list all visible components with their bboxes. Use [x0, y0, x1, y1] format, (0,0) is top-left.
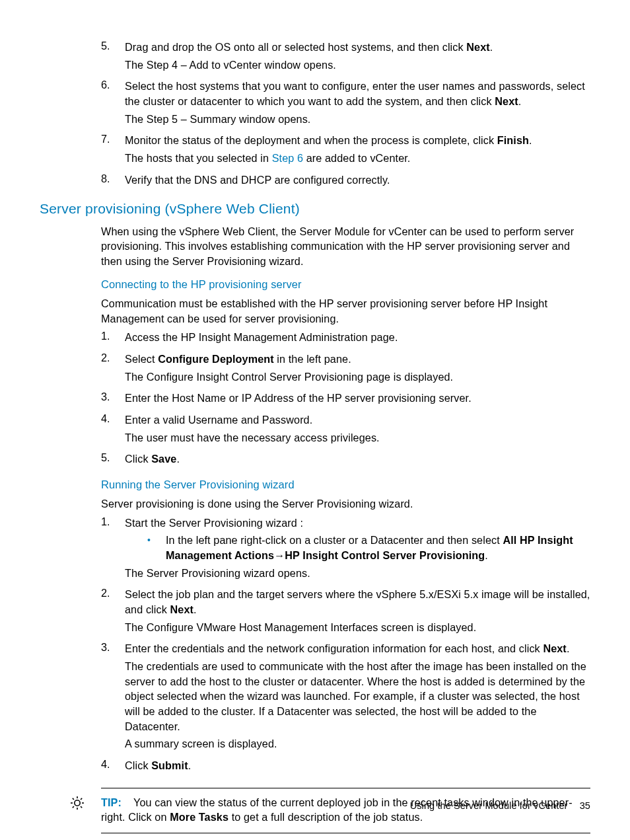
list-item: 3. Enter the credentials and the network… [101, 640, 590, 754]
list-item: 1. Access the HP Insight Management Admi… [101, 328, 590, 348]
bullet-icon: • [147, 533, 166, 562]
list-marker: 1. [101, 328, 125, 348]
list-marker: 1. [101, 514, 125, 584]
bullet-item: • In the left pane right-click on a clus… [147, 533, 590, 562]
body-text: Communication must be established with t… [101, 296, 590, 326]
list-marker: 3. [101, 640, 125, 754]
body-text: The Configure VMware Host Management Int… [125, 620, 590, 635]
page-number: 35 [580, 800, 590, 811]
list-marker: 4. [101, 757, 125, 776]
list-marker: 5. [101, 450, 125, 469]
body-text: The Configure Insight Control Server Pro… [125, 369, 590, 385]
cross-reference-link[interactable]: Step 6 [272, 152, 303, 164]
list-marker: 5. [101, 38, 125, 75]
list-item: 1. Start the Server Provisioning wizard … [101, 514, 590, 584]
svg-line-5 [73, 798, 74, 800]
bold-text: Save [151, 453, 176, 465]
bold-text: Next [543, 642, 567, 654]
bold-text: Next [495, 95, 518, 107]
body-text: The Step 5 – Summary window opens. [125, 112, 590, 127]
list-item: 8. Verify that the DNS and DHCP are conf… [101, 171, 590, 190]
svg-line-7 [73, 806, 74, 808]
bold-text: Next [170, 603, 193, 615]
body-text: When using the vSphere Web Client, the S… [101, 224, 590, 269]
body-text: A summary screen is displayed. [125, 736, 590, 751]
body-text: Access the HP Insight Management Adminis… [125, 330, 590, 345]
list-item: 3. Enter the Host Name or IP Address of … [101, 389, 590, 408]
svg-point-0 [75, 800, 80, 806]
list-item: 5. Click Save. [101, 450, 590, 469]
list-marker: 4. [101, 411, 125, 447]
bold-text: Submit [151, 759, 188, 771]
body-text: The user must have the necessary access … [125, 430, 590, 445]
list-item: 6. Select the host systems that you want… [101, 77, 590, 129]
body-text: Start the Server Provisioning wizard : [125, 515, 590, 531]
tip-icon [69, 795, 85, 815]
body-text: Verify that the DNS and DHCP are configu… [125, 172, 590, 188]
bold-text: More Tasks [170, 811, 228, 823]
body-text: The credentials are used to communicate … [125, 659, 590, 734]
list-marker: 8. [101, 171, 125, 190]
list-marker: 2. [101, 586, 125, 637]
bold-text: Finish [497, 134, 529, 146]
footer-text: Using the Server Module for vCenter [410, 800, 568, 811]
body-text: Drag and drop the OS onto all or selecte… [125, 41, 466, 53]
list-item: 4. Enter a valid Username and Password. … [101, 411, 590, 447]
page-footer: Using the Server Module for vCenter 35 [410, 799, 590, 812]
bold-text: Next [466, 41, 490, 53]
list-marker: 3. [101, 389, 125, 408]
list-item: 7. Monitor the status of the deployment … [101, 132, 590, 168]
document-page: 5. Drag and drop the OS onto all or sele… [0, 0, 630, 840]
body-text: Enter the Host Name or IP Address of the… [125, 391, 590, 406]
list-item: 4. Click Submit. [101, 757, 590, 776]
section-heading: Server provisioning (vSphere Web Client) [40, 199, 590, 218]
subsection-heading: Connecting to the HP provisioning server [101, 277, 590, 292]
body-text: Server provisioning is done using the Se… [101, 496, 590, 512]
list-item: 5. Drag and drop the OS onto all or sele… [101, 38, 590, 75]
ordered-list-continued: 5. Drag and drop the OS onto all or sele… [101, 38, 590, 190]
list-item: 2. Select the job plan and the target se… [101, 586, 590, 637]
svg-line-8 [81, 798, 82, 800]
tip-label: TIP: [101, 796, 122, 808]
list-marker: 6. [101, 77, 125, 129]
body-text: The Server Provisioning wizard opens. [125, 566, 590, 581]
body-text: The hosts that you selected in [125, 152, 272, 164]
bold-text: Configure Deployment [158, 353, 274, 365]
list-marker: 2. [101, 350, 125, 387]
svg-line-6 [81, 806, 82, 808]
list-marker: 7. [101, 132, 125, 168]
list-item: 2. Select Configure Deployment in the le… [101, 350, 590, 387]
body-text: Monitor the status of the deployment and… [125, 134, 497, 146]
body-text: The Step 4 – Add to vCenter window opens… [125, 57, 590, 73]
body-text: Enter a valid Username and Password. [125, 412, 590, 428]
subsection-heading: Running the Server Provisioning wizard [101, 477, 590, 492]
bold-text: HP Insight Control Server Provisioning [285, 549, 485, 561]
